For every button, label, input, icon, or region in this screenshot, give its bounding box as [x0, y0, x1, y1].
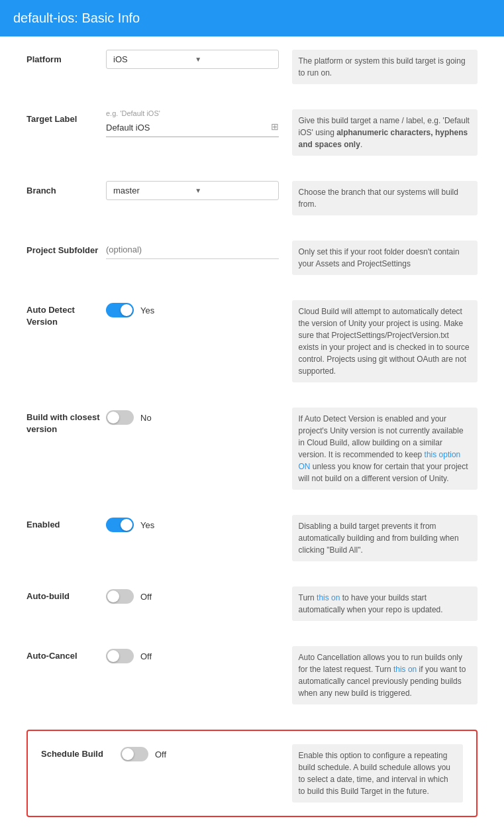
auto-cancel-control: Off: [106, 646, 279, 663]
target-label-hint-end: .: [360, 140, 362, 149]
platform-label: Platform: [26, 50, 106, 66]
schedule-build-thumb: [122, 748, 134, 760]
subfolder-label: Project Subfolder: [26, 241, 106, 256]
auto-build-label: Auto-build: [26, 586, 106, 602]
auto-build-hint-intro: Turn: [299, 593, 317, 602]
edit-icon: ⊞: [271, 121, 279, 132]
auto-cancel-row: Auto-Cancel Off Auto Cancellation allows…: [26, 646, 478, 711]
target-label-placeholder: e.g. 'Default iOS': [106, 109, 279, 117]
auto-cancel-thumb: [107, 650, 119, 662]
auto-build-row: Auto-build Off Turn this on to have your…: [26, 586, 478, 628]
platform-value: iOS: [113, 54, 189, 64]
branch-hint: Choose the branch that our systems will …: [292, 181, 478, 215]
build-closest-label: Build with closest version: [26, 408, 106, 435]
auto-detect-row: Auto Detect Version Yes Cloud Build will…: [26, 300, 478, 389]
auto-cancel-toggle[interactable]: [106, 649, 134, 663]
auto-detect-toggle-container: Yes: [106, 300, 279, 317]
enabled-label: Enabled: [26, 515, 106, 531]
auto-detect-track: [106, 303, 134, 317]
branch-value: master: [113, 186, 189, 195]
branch-label: Branch: [26, 181, 106, 197]
build-closest-control: No: [106, 408, 279, 425]
target-label-row: Target Label e.g. 'Default iOS' ⊞ Give t…: [26, 109, 478, 162]
schedule-build-control: Off: [121, 744, 279, 761]
branch-row: Branch master ▼ Choose the branch that o…: [26, 181, 478, 222]
enabled-toggle[interactable]: [106, 518, 134, 532]
enabled-hint-end: .: [360, 545, 362, 555]
auto-detect-thumb: [121, 304, 132, 316]
enabled-hint-intro: Disabling a build target prevents it fro…: [299, 522, 459, 555]
form-content: Platform iOS ▼ The platform or system th…: [0, 36, 504, 835]
target-label-label: Target Label: [26, 109, 106, 125]
auto-build-toggle-container: Off: [106, 586, 279, 604]
enabled-track: [106, 518, 134, 532]
auto-detect-control: Yes: [106, 300, 279, 317]
page-title: default-ios: Basic Info: [13, 11, 140, 25]
auto-cancel-state-label: Off: [140, 651, 152, 661]
auto-cancel-track: [106, 649, 134, 663]
auto-cancel-label: Auto-Cancel: [26, 646, 106, 662]
enabled-hint: Disabling a build target prevents it fro…: [292, 515, 478, 561]
build-closest-thumb: [107, 412, 119, 423]
platform-arrow-icon: ▼: [195, 56, 271, 63]
enabled-control: Yes: [106, 515, 279, 532]
subfolder-hint: Only set this if your root folder doesn'…: [292, 241, 478, 275]
build-closest-row: Build with closest version No If Auto De…: [26, 408, 478, 496]
auto-detect-state-label: Yes: [140, 306, 154, 315]
auto-build-control: Off: [106, 586, 279, 604]
schedule-build-row: Schedule Build Off Enable this option to…: [41, 744, 463, 803]
subfolder-control: [106, 241, 279, 259]
build-closest-state-label: No: [140, 413, 152, 423]
auto-build-toggle[interactable]: [106, 589, 134, 604]
build-closest-hint-end: unless you know for certain that your pr…: [299, 462, 468, 483]
branch-select[interactable]: master ▼: [106, 181, 279, 200]
auto-build-track: [106, 589, 134, 604]
schedule-build-label: Schedule Build: [41, 744, 121, 760]
subfolder-input[interactable]: [106, 241, 279, 259]
schedule-build-toggle-container: Off: [121, 744, 279, 761]
auto-cancel-toggle-container: Off: [106, 646, 279, 663]
platform-row: Platform iOS ▼ The platform or system th…: [26, 50, 478, 91]
auto-build-state-label: Off: [140, 592, 152, 602]
auto-detect-toggle[interactable]: [106, 303, 134, 317]
target-label-control: e.g. 'Default iOS' ⊞: [106, 109, 279, 137]
auto-build-hint-link: this on: [317, 593, 340, 602]
schedule-build-track: [121, 747, 148, 761]
target-label-input-wrapper: ⊞: [106, 119, 279, 137]
page-header: default-ios: Basic Info: [0, 0, 504, 36]
enabled-row: Enabled Yes Disabling a build target pre…: [26, 515, 478, 568]
build-closest-toggle[interactable]: [106, 410, 134, 425]
schedule-build-state-label: Off: [155, 750, 166, 759]
auto-build-thumb: [107, 590, 119, 602]
auto-cancel-hint: Auto Cancellation allows you to run buil…: [292, 646, 478, 704]
schedule-build-toggle[interactable]: [121, 747, 148, 761]
branch-arrow-icon: ▼: [195, 187, 271, 194]
target-label-input[interactable]: [106, 119, 279, 137]
enabled-hint-quote: "Build All": [327, 545, 360, 555]
enabled-thumb: [121, 519, 132, 531]
enabled-toggle-container: Yes: [106, 515, 279, 532]
platform-control: iOS ▼: [106, 50, 279, 69]
subfolder-row: Project Subfolder Only set this if your …: [26, 241, 478, 282]
build-closest-toggle-container: No: [106, 408, 279, 425]
auto-detect-label: Auto Detect Version: [26, 300, 106, 328]
schedule-build-hint: Enable this option to configure a repeat…: [292, 744, 464, 803]
enabled-state-label: Yes: [140, 520, 154, 530]
platform-hint: The platform or system this build target…: [292, 50, 478, 84]
auto-detect-hint: Cloud Build will attempt to automaticall…: [292, 300, 478, 382]
build-closest-hint: If Auto Detect Version is enabled and yo…: [292, 408, 478, 490]
platform-select[interactable]: iOS ▼: [106, 50, 279, 69]
build-closest-track: [106, 410, 134, 425]
schedule-build-section: Schedule Build Off Enable this option to…: [26, 730, 478, 817]
auto-cancel-hint-link: this on: [393, 665, 417, 674]
target-label-hint: Give this build target a name / label, e…: [292, 109, 478, 156]
branch-control: master ▼: [106, 181, 279, 200]
auto-build-hint: Turn this on to have your builds start a…: [292, 586, 478, 621]
